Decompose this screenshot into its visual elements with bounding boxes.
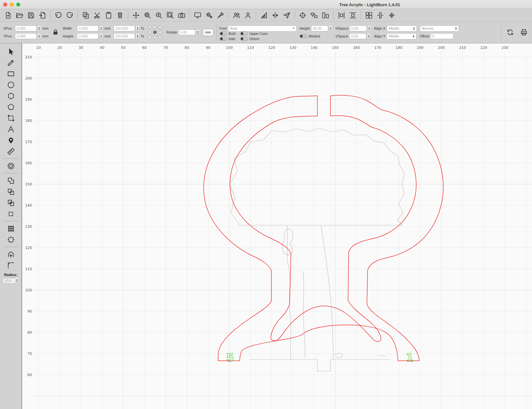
copy-button[interactable] xyxy=(81,10,91,20)
slot-capsule-button[interactable] xyxy=(375,10,385,20)
array-rect-button[interactable] xyxy=(364,10,374,20)
text-tool[interactable] xyxy=(4,124,18,135)
anchor-dot[interactable] xyxy=(159,31,162,34)
draw-lines-tool[interactable] xyxy=(4,57,18,68)
offset-input[interactable]: 0 xyxy=(431,33,453,39)
snap-marks-button[interactable] xyxy=(387,10,397,20)
font-select[interactable]: Arial xyxy=(228,25,296,32)
new-file-button[interactable] xyxy=(3,10,13,20)
import-file-button[interactable] xyxy=(38,10,47,20)
sync-fonts-button[interactable] xyxy=(505,27,515,37)
rotate-stepper[interactable] xyxy=(196,29,200,35)
width-input[interactable]: 0.000 xyxy=(77,25,99,31)
vspace-stepper[interactable] xyxy=(367,33,371,39)
lock-aspect-button[interactable] xyxy=(51,26,60,39)
ypos-input[interactable]: 0.000 xyxy=(15,33,37,39)
italic-toggle[interactable] xyxy=(220,37,227,41)
rotate-input[interactable]: 0.00 xyxy=(178,29,195,35)
distribute-h-button[interactable] xyxy=(337,10,346,20)
anchor-dot[interactable] xyxy=(159,36,162,39)
zoom-button[interactable] xyxy=(16,3,20,7)
anchor-dot[interactable] xyxy=(153,36,157,39)
part-number-label[interactable]: 1 xyxy=(406,351,414,364)
units-mm-button[interactable]: mm xyxy=(203,29,213,36)
minimize-button[interactable] xyxy=(10,3,14,7)
part-number-label[interactable]: 5 xyxy=(226,351,234,364)
boolean-assistant-tool[interactable] xyxy=(4,208,18,219)
rectangle-tool[interactable] xyxy=(4,68,18,79)
width-stepper[interactable] xyxy=(99,25,103,31)
workspace-canvas[interactable]: 1020304050607080901001101201301401501601… xyxy=(22,43,532,409)
vspace-input[interactable]: 0.00 xyxy=(349,33,366,39)
welded-toggle[interactable] xyxy=(299,34,307,38)
anchor-dot[interactable] xyxy=(148,25,151,29)
distribute-v-button[interactable] xyxy=(348,10,358,20)
paste-button[interactable] xyxy=(104,10,114,20)
zoom-selection-button[interactable] xyxy=(165,10,175,20)
anchor-dot-selected[interactable] xyxy=(153,31,157,34)
text-height-input[interactable]: 25.00 xyxy=(311,25,328,31)
open-folder-button[interactable] xyxy=(15,10,24,20)
polygon-tool[interactable] xyxy=(4,90,18,101)
height-input[interactable]: 0.000 xyxy=(77,33,99,39)
drawing-canvas[interactable]: 1020304050607080901001101201301401501601… xyxy=(22,43,532,409)
select-tool[interactable] xyxy=(4,46,18,57)
device-settings-button[interactable] xyxy=(216,10,225,20)
cut-button[interactable] xyxy=(92,10,102,20)
pan-button[interactable] xyxy=(131,10,141,20)
height-stepper[interactable] xyxy=(99,33,103,39)
measure-tool[interactable] xyxy=(4,146,18,157)
settings-button[interactable] xyxy=(204,10,214,20)
height-percent-stepper[interactable] xyxy=(136,33,140,39)
width-percent-stepper[interactable] xyxy=(136,25,140,31)
position-laser-tool[interactable] xyxy=(4,135,18,146)
align-pair-h-button[interactable] xyxy=(309,10,319,20)
users-button[interactable] xyxy=(232,10,241,20)
delete-button[interactable] xyxy=(115,10,125,20)
camera-button[interactable] xyxy=(177,10,187,20)
boolean-intersect-tool[interactable] xyxy=(4,197,18,208)
radius-stepper[interactable] xyxy=(15,278,19,284)
text-height-stepper[interactable] xyxy=(329,25,333,31)
hspace-input[interactable]: 0.00 xyxy=(350,25,367,31)
offset-shapes-tool[interactable] xyxy=(4,160,18,171)
xpos-stepper[interactable] xyxy=(37,25,41,31)
pentagon-tool[interactable] xyxy=(4,101,18,112)
save-button[interactable] xyxy=(26,10,36,20)
anchor-dot[interactable] xyxy=(148,36,151,39)
grid-array-tool[interactable] xyxy=(4,223,18,234)
align-pair-v-button[interactable] xyxy=(321,10,330,20)
apply-path-tool[interactable] xyxy=(4,249,18,260)
boolean-union-tool[interactable] xyxy=(4,175,18,186)
zoom-in-button[interactable] xyxy=(154,10,164,20)
ypos-stepper[interactable] xyxy=(37,33,41,39)
mirror-horizontal-button[interactable] xyxy=(270,10,280,20)
focus-origin-button[interactable] xyxy=(298,10,308,20)
uppercase-toggle[interactable] xyxy=(240,32,248,36)
anchor-dot[interactable] xyxy=(153,25,157,29)
print-button[interactable] xyxy=(519,27,529,37)
distort-toggle[interactable] xyxy=(240,37,248,41)
hspace-stepper[interactable] xyxy=(367,25,371,31)
xpos-input[interactable]: 0.000 xyxy=(15,25,37,31)
user-button[interactable] xyxy=(243,10,253,20)
set-square-button[interactable] xyxy=(259,10,269,20)
bold-toggle[interactable] xyxy=(220,32,227,36)
anchor-point-selector[interactable] xyxy=(148,25,162,39)
edit-nodes-tool[interactable] xyxy=(4,112,18,124)
send-plane-button[interactable] xyxy=(282,10,292,20)
redo-button[interactable] xyxy=(65,10,75,20)
anchor-dot[interactable] xyxy=(148,31,151,34)
monitor-button[interactable] xyxy=(193,10,203,20)
ellipse-tool[interactable] xyxy=(4,79,18,90)
corner-radius-tool[interactable] xyxy=(4,260,18,271)
anchor-dot[interactable] xyxy=(159,25,162,29)
height-percent-input[interactable]: 100.000 xyxy=(114,33,135,39)
text-style-select[interactable]: Normal xyxy=(420,25,459,32)
close-button[interactable] xyxy=(3,3,7,7)
radius-input[interactable]: 10.0 xyxy=(3,278,16,284)
align-x-select[interactable]: Middle xyxy=(387,25,417,32)
boolean-subtract-tool[interactable] xyxy=(4,186,18,197)
align-y-select[interactable]: Middle xyxy=(387,33,417,39)
zoom-page-button[interactable] xyxy=(143,10,152,20)
